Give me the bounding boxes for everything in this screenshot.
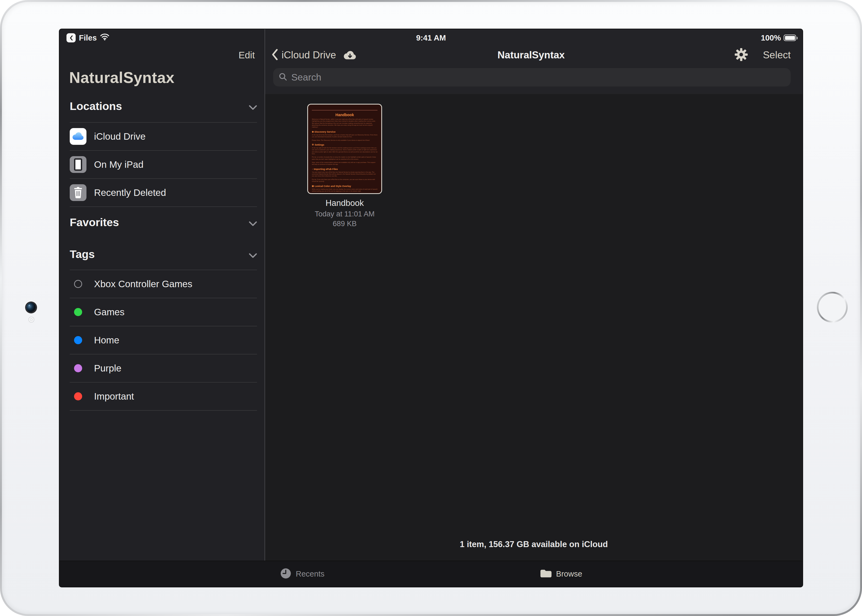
preview-rule: [312, 110, 378, 110]
tab-bar: Recents Browse: [60, 561, 802, 587]
tag-item-xbox-controller-games[interactable]: Xbox Controller Games: [70, 270, 257, 298]
panel-divider: [264, 29, 265, 561]
screen: Edit NaturalSyntax Locations: [60, 29, 802, 587]
preview-heading: ◉ Discovery Service: [312, 130, 378, 133]
file-item-handbook[interactable]: Handbook Welcome to Natural Syntax, with…: [298, 104, 391, 228]
tag-color-dot: [74, 308, 82, 316]
preview-paragraph: Pro tip: a number of people like to setu…: [312, 156, 378, 160]
overlay-icon: ▣: [312, 185, 314, 187]
section-label: Locations: [70, 100, 122, 113]
tag-color-dot: [74, 336, 82, 344]
trash-icon: [70, 184, 87, 201]
home-button[interactable]: [817, 292, 848, 322]
tag-color-dot: [74, 364, 82, 372]
tab-browse-label: Browse: [556, 569, 582, 578]
sidebar-item-label: iCloud Drive: [94, 131, 146, 142]
preview-heading: ▣ Lexical Color and Style Overlay: [312, 185, 378, 187]
battery-percent: 100%: [761, 33, 781, 42]
chevron-down-icon[interactable]: [249, 100, 257, 113]
section-locations-header[interactable]: Locations: [70, 100, 257, 113]
nav-bar: iCloud Drive NaturalSyntax: [272, 45, 791, 65]
import-icon: ↓: [312, 168, 313, 170]
status-right-cluster: 100%: [761, 33, 796, 42]
tag-color-dot: [74, 392, 82, 401]
cloud-download-icon[interactable]: [343, 50, 357, 60]
preview-paragraph: Please Note: The Discovery Service is on…: [312, 140, 378, 141]
preview-paragraph: Welcome to Natural Syntax, within it you…: [312, 118, 378, 128]
section-label: Favorites: [70, 216, 119, 229]
tag-item-games[interactable]: Games: [70, 298, 257, 326]
file-name: Handbook: [298, 198, 391, 208]
search-icon: [278, 72, 288, 82]
tag-item-important[interactable]: Important: [70, 383, 257, 411]
tag-item-home[interactable]: Home: [70, 326, 257, 355]
battery-icon: [783, 35, 796, 41]
sidebar: Edit NaturalSyntax Locations: [60, 29, 264, 561]
preview-paragraph: Note: some of the customization options …: [312, 162, 378, 166]
preview-paragraph: At the top left of the file browser, you…: [312, 134, 378, 138]
tab-recents-label: Recents: [296, 569, 324, 578]
tag-item-purple[interactable]: Purple: [70, 355, 257, 383]
tab-recents[interactable]: Recents: [280, 567, 324, 581]
sidebar-title: NaturalSyntax: [69, 69, 175, 86]
chevron-down-icon[interactable]: [249, 248, 257, 261]
file-size: 689 KB: [298, 220, 391, 228]
tag-label: Xbox Controller Games: [94, 278, 192, 289]
sidebar-item-recently-deleted[interactable]: Recently Deleted: [70, 179, 257, 207]
preview-heading: ↓ Importing ePub Files: [312, 168, 378, 170]
tag-label: Purple: [94, 363, 121, 374]
preview-paragraph: You can import your own ePub files into …: [312, 171, 378, 177]
nav-back-label: iCloud Drive: [282, 49, 336, 61]
sidebar-item-icloud-drive[interactable]: iCloud Drive: [70, 123, 257, 151]
clock-icon: [280, 567, 292, 581]
sidebar-item-on-my-ipad[interactable]: On My iPad: [70, 151, 257, 179]
ambient-sensor: [28, 317, 34, 322]
front-camera: [26, 303, 36, 312]
tag-label: Important: [94, 391, 134, 402]
search-bar[interactable]: [273, 68, 791, 86]
file-thumbnail: Handbook Welcome to Natural Syntax, with…: [307, 104, 382, 194]
device-frame: Edit NaturalSyntax Locations: [0, 0, 862, 616]
tag-label: Games: [94, 306, 124, 317]
settings-icon: ⚙: [312, 143, 314, 146]
locations-list: iCloud Drive On My iPad: [70, 122, 257, 207]
main-panel: iCloud Drive NaturalSyntax: [265, 29, 802, 561]
folder-icon: [540, 569, 552, 580]
discovery-icon: ◉: [312, 130, 314, 133]
edit-button[interactable]: Edit: [239, 50, 255, 61]
chevron-down-icon[interactable]: [249, 216, 257, 229]
tag-color-dot: [74, 280, 82, 288]
tab-browse[interactable]: Browse: [540, 569, 582, 580]
tag-label: Home: [94, 335, 119, 346]
preview-paragraph: Pro tip: If you only have your ePub file…: [312, 179, 378, 183]
preview-paragraph: At the top right of both the file browse…: [312, 147, 378, 155]
search-input[interactable]: [291, 72, 785, 83]
tags-list: Xbox Controller Games Games Home Purple …: [70, 270, 257, 411]
gear-icon[interactable]: [735, 48, 748, 62]
nav-right-actions: Select: [735, 48, 791, 62]
icloud-drive-icon: [70, 128, 87, 145]
select-button[interactable]: Select: [763, 49, 791, 61]
status-bar: Files 9:41 AM 100%: [60, 29, 802, 47]
items-status: 1 item, 156.37 GB available on iCloud: [265, 539, 802, 549]
ipad-icon: [70, 156, 87, 173]
sidebar-item-label: Recently Deleted: [94, 187, 166, 198]
preview-paragraph: While you're reading your book, you can …: [312, 188, 378, 192]
back-button[interactable]: iCloud Drive: [272, 49, 336, 61]
preview-title: Handbook: [312, 113, 378, 117]
preview-heading: ⚙ Settings: [312, 143, 378, 146]
section-tags-header[interactable]: Tags: [70, 248, 257, 261]
section-label: Tags: [70, 248, 95, 261]
back-chevron-icon: [272, 49, 278, 61]
section-favorites-header[interactable]: Favorites: [70, 216, 257, 229]
file-modified: Today at 11:01 AM: [298, 210, 391, 218]
sidebar-item-label: On My iPad: [94, 159, 143, 170]
status-time: 9:41 AM: [60, 33, 802, 42]
